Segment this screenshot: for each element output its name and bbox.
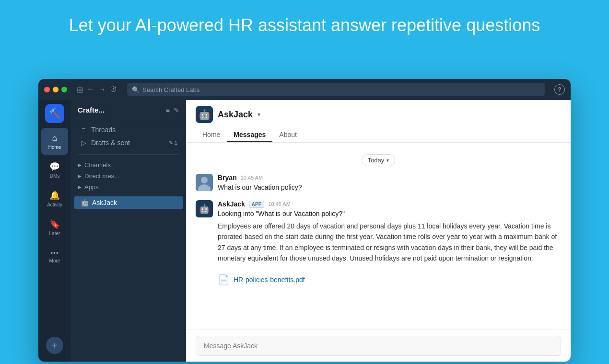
main-content: 🔨 ⌂ Home 💬 DMs 🔔 Activity 🔖 Later ••• Mo… bbox=[38, 100, 571, 362]
date-badge: Today ▾ bbox=[196, 154, 561, 166]
askjack-author: AskJack bbox=[218, 200, 245, 208]
tab-about[interactable]: About bbox=[272, 128, 304, 142]
threads-icon: ≡ bbox=[80, 126, 87, 134]
askjack-time: 10:45 AM bbox=[268, 201, 290, 207]
search-icon: 🔍 bbox=[132, 86, 140, 93]
app-badge: APP bbox=[249, 201, 265, 208]
add-button[interactable]: + bbox=[46, 337, 63, 354]
workspace-icon[interactable]: 🔨 bbox=[45, 104, 64, 123]
hero-title: Let your AI-powered HR assistant answer … bbox=[0, 0, 609, 46]
bryan-avatar bbox=[196, 174, 213, 191]
more-label: More bbox=[49, 258, 60, 263]
activity-label: Activity bbox=[47, 202, 62, 207]
sidebar-item-activity[interactable]: 🔔 Activity bbox=[41, 185, 68, 212]
home-label: Home bbox=[48, 145, 61, 150]
sidebar-item-later[interactable]: 🔖 Later bbox=[41, 214, 68, 241]
attachment-link[interactable]: HR-policies-benefits.pdf bbox=[234, 276, 305, 284]
bryan-time: 10:45 AM bbox=[241, 175, 263, 181]
bryan-message-content: Bryan 10:45 AM What is our Vacation poli… bbox=[218, 174, 561, 193]
later-label: Later bbox=[49, 231, 60, 236]
sidebar-toggle-icon[interactable]: ⊞ bbox=[77, 85, 83, 94]
history-icon[interactable]: ⏱ bbox=[110, 85, 117, 94]
threads-label: Threads bbox=[91, 126, 116, 134]
back-icon[interactable]: ← bbox=[87, 85, 94, 94]
sidebar-section-main: ≡ Threads ▷ Drafts & sent ✎ 1 bbox=[71, 120, 186, 152]
chat-header-top: 🤖 AskJack ▾ bbox=[196, 106, 561, 123]
message-group-askjack: 🤖 AskJack APP 10:45 AM Looking into "Wha… bbox=[196, 200, 561, 285]
message-input[interactable] bbox=[196, 336, 561, 356]
home-icon: ⌂ bbox=[52, 133, 58, 143]
minimize-button[interactable] bbox=[53, 87, 59, 92]
askjack-message-content: AskJack APP 10:45 AM Looking into "What … bbox=[218, 200, 561, 285]
askjack-message-avatar: 🤖 bbox=[196, 200, 213, 217]
pdf-icon: 📄 bbox=[218, 274, 230, 285]
title-bar: ⊞ ← → ⏱ 🔍 Search Crafted Labs ? bbox=[38, 79, 571, 100]
bryan-message-text: What is our Vacation policy? bbox=[218, 182, 561, 193]
channels-collapse-icon: ▶ bbox=[78, 162, 82, 168]
sidebar-item-drafts[interactable]: ▷ Drafts & sent ✎ 1 bbox=[73, 136, 184, 149]
traffic-lights bbox=[44, 87, 67, 92]
askjack-sidebar-icon: 🤖 bbox=[81, 199, 88, 206]
bryan-message-header: Bryan 10:45 AM bbox=[218, 174, 561, 182]
askjack-avatar: 🤖 bbox=[196, 106, 213, 123]
app-window: ⊞ ← → ⏱ 🔍 Search Crafted Labs ? 🔨 ⌂ Home… bbox=[38, 79, 571, 362]
svg-point-1 bbox=[201, 177, 208, 183]
direct-collapse-icon: ▶ bbox=[78, 173, 82, 179]
apps-label: Apps bbox=[84, 183, 99, 191]
bot-name-chevron[interactable]: ▾ bbox=[258, 111, 260, 118]
forward-icon[interactable]: → bbox=[98, 85, 106, 94]
sidebar-header: Crafte... ≡ ✎ bbox=[71, 100, 186, 120]
drafts-icon: ▷ bbox=[80, 139, 87, 147]
askjack-sidebar-label: AskJack bbox=[92, 199, 117, 206]
sidebar-item-dms[interactable]: 💬 DMs bbox=[41, 157, 68, 183]
tab-home[interactable]: Home bbox=[196, 128, 227, 142]
filter-icon[interactable]: ≡ bbox=[166, 106, 170, 114]
more-icon: ••• bbox=[50, 249, 59, 257]
askjack-response: Employees are offered 20 days of vacatio… bbox=[218, 221, 561, 264]
message-input-area bbox=[186, 330, 571, 362]
tab-messages[interactable]: Messages bbox=[227, 128, 272, 142]
help-button[interactable]: ? bbox=[554, 84, 565, 95]
channels-label: Channels bbox=[84, 161, 111, 169]
sidebar-item-askjack[interactable]: 🤖 AskJack bbox=[74, 196, 183, 209]
search-placeholder: Search Crafted Labs bbox=[142, 86, 199, 93]
drafts-badge: ✎ 1 bbox=[169, 140, 177, 146]
date-badge-chevron: ▾ bbox=[386, 158, 389, 163]
maximize-button[interactable] bbox=[61, 87, 67, 92]
drafts-label: Drafts & sent bbox=[91, 139, 130, 147]
chat-header: 🤖 AskJack ▾ Home Messages About bbox=[186, 100, 571, 143]
date-badge-label: Today bbox=[368, 157, 385, 164]
icon-sidebar: 🔨 ⌂ Home 💬 DMs 🔔 Activity 🔖 Later ••• Mo… bbox=[38, 100, 71, 362]
direct-label: Direct mes... bbox=[84, 172, 119, 180]
bryan-author: Bryan bbox=[218, 174, 237, 182]
sidebar-item-home[interactable]: ⌂ Home bbox=[41, 128, 68, 155]
chat-title: AskJack bbox=[218, 110, 253, 120]
chat-messages: Today ▾ Bryan bbox=[186, 143, 571, 330]
chat-tabs: Home Messages About bbox=[196, 128, 561, 142]
sidebar-item-more[interactable]: ••• More bbox=[41, 243, 68, 270]
sidebar-section-categories: ▶ Channels ▶ Direct mes... ▶ Apps bbox=[71, 157, 186, 195]
compose-icon[interactable]: ✎ bbox=[174, 106, 179, 114]
dms-label: DMs bbox=[50, 173, 60, 179]
sidebar-header-icons: ≡ ✎ bbox=[166, 106, 179, 114]
navigation-controls: ⊞ ← → ⏱ bbox=[77, 85, 117, 94]
askjack-intro: Looking into "What is our Vacation polic… bbox=[218, 209, 561, 219]
channels-category[interactable]: ▶ Channels bbox=[71, 159, 186, 171]
sidebar-item-threads[interactable]: ≡ Threads bbox=[73, 124, 184, 136]
apps-collapse-icon: ▶ bbox=[78, 184, 82, 190]
direct-messages-category[interactable]: ▶ Direct mes... bbox=[71, 171, 186, 182]
channel-sidebar: Crafte... ≡ ✎ ≡ Threads ▷ Drafts & sent … bbox=[71, 100, 186, 362]
attachment: 📄 HR-policies-benefits.pdf bbox=[218, 269, 561, 285]
close-button[interactable] bbox=[44, 87, 50, 92]
later-icon: 🔖 bbox=[49, 219, 60, 229]
dms-icon: 💬 bbox=[49, 161, 60, 172]
search-bar[interactable]: 🔍 Search Crafted Labs bbox=[127, 83, 545, 96]
askjack-message-header: AskJack APP 10:45 AM bbox=[218, 200, 561, 208]
workspace-name[interactable]: Crafte... bbox=[78, 106, 105, 114]
divider bbox=[78, 154, 179, 155]
activity-icon: 🔔 bbox=[49, 190, 60, 201]
message-group-bryan: Bryan 10:45 AM What is our Vacation poli… bbox=[196, 174, 561, 193]
apps-category[interactable]: ▶ Apps bbox=[71, 182, 186, 193]
chat-area: 🤖 AskJack ▾ Home Messages About Today ▾ bbox=[186, 100, 571, 362]
